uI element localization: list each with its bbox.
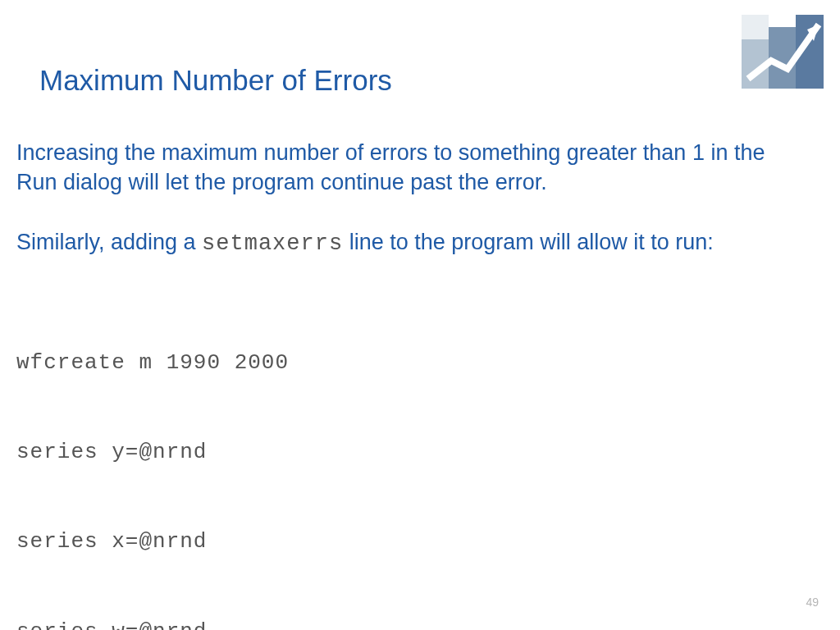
- svg-rect-1: [769, 15, 796, 27]
- code-line: series y=@nrnd: [16, 437, 807, 467]
- paragraph-1: Increasing the maximum number of errors …: [16, 138, 807, 198]
- p2-pre: Similarly, adding a: [16, 230, 202, 254]
- slide: Maximum Number of Errors Increasing the …: [0, 0, 840, 630]
- chart-logo-icon: [742, 15, 824, 89]
- slide-body: Increasing the maximum number of errors …: [16, 138, 807, 630]
- svg-rect-0: [742, 15, 769, 39]
- code-line: series w=@nrnd: [16, 617, 807, 630]
- code-line: wfcreate m 1990 2000: [16, 348, 807, 377]
- p2-post: line to the program will allow it to run…: [343, 230, 714, 254]
- code-block: wfcreate m 1990 2000 series y=@nrnd seri…: [16, 288, 807, 630]
- inline-code-setmaxerrs: setmaxerrs: [202, 231, 343, 256]
- slide-title: Maximum Number of Errors: [39, 64, 392, 97]
- page-number: 49: [806, 596, 819, 609]
- paragraph-2: Similarly, adding a setmaxerrs line to t…: [16, 227, 807, 258]
- code-line: series x=@nrnd: [16, 527, 807, 556]
